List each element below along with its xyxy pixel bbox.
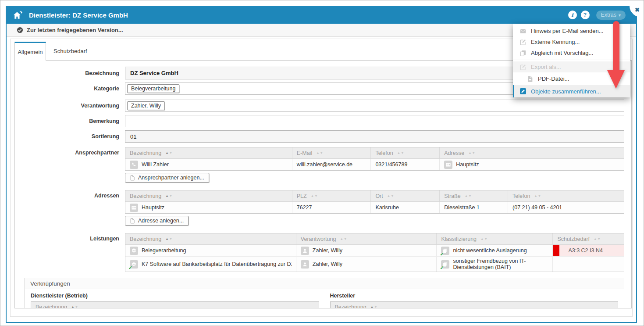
- chevron-down-icon: ▾: [619, 13, 621, 18]
- empty-table-header[interactable]: Bezeichnung: [330, 301, 619, 308]
- adressen-label: Adressen: [15, 190, 119, 199]
- group-hersteller: Hersteller Bezeichnung: [330, 293, 619, 308]
- page-icon: [130, 175, 135, 181]
- help-button[interactable]: ?: [581, 11, 590, 19]
- envelope-icon: [519, 28, 527, 35]
- column-header-strasse[interactable]: Straße: [439, 190, 508, 201]
- service-gear-icon: [130, 260, 138, 269]
- bezeichnung-label: Bezeichnung: [15, 70, 119, 76]
- form-row-ansprechpartner: Ansprechpartner Bezeichnung E-Mail Telef…: [15, 147, 624, 187]
- close-icon: ✖: [635, 7, 640, 13]
- sort-icon: [165, 237, 173, 241]
- tab-allgemein[interactable]: Allgemein: [14, 42, 46, 61]
- sort-icon: [340, 237, 347, 241]
- sort-icon: [468, 151, 476, 155]
- column-header-verantwortung[interactable]: Verantwortung: [296, 233, 437, 244]
- column-header-ort[interactable]: Ort: [370, 190, 439, 201]
- form-row-leistungen: Leistungen Bezeichnung Verantwortung Kla…: [15, 233, 624, 272]
- address-icon: [444, 161, 452, 169]
- tab-label: Allgemein: [18, 49, 43, 55]
- sort-icon: [480, 237, 488, 241]
- arrow-shaft: [613, 21, 619, 70]
- check-circle-icon: [17, 27, 23, 33]
- sortierung-label: Sortierung: [15, 133, 119, 140]
- sort-icon: [316, 151, 324, 155]
- leistungen-label: Leistungen: [15, 233, 119, 242]
- version-link[interactable]: Zur letzten freigegebenen Version...: [27, 27, 123, 33]
- sortierung-value: 01: [130, 133, 136, 140]
- bemerkung-label: Bemerkung: [15, 118, 119, 124]
- leistungen-table: Bezeichnung Verantwortung Klassifizierun…: [125, 233, 624, 272]
- table-row[interactable]: Belegverarbeitung Zahler, Willy nicht we…: [125, 245, 624, 256]
- help-icon: ?: [584, 12, 587, 18]
- verantwortung-label: Verantwortung: [15, 103, 119, 109]
- table-row[interactable]: Hauptsitz 76227 Karlsruhe Dieselstraße 1…: [125, 202, 624, 213]
- table-row[interactable]: Willi Zahler willi.zahler@service.de 032…: [125, 159, 624, 170]
- risk-level-block: [553, 245, 559, 256]
- verantwortung-chip[interactable]: Zahler, Willy: [127, 101, 165, 110]
- kategorie-label: Kategorie: [15, 86, 119, 92]
- sort-icon: [594, 237, 601, 241]
- column-header-bezeichnung[interactable]: Bezeichnung: [125, 147, 292, 158]
- ansprechpartner-table: Bezeichnung E-Mail Telefon Adresse Willi…: [125, 147, 624, 171]
- extras-label: Extras: [601, 12, 616, 18]
- sort-icon: [311, 194, 318, 198]
- sort-icon: [397, 151, 405, 155]
- form-row-verantwortung: Verantwortung Zahler, Willy: [15, 100, 624, 112]
- add-adresse-button[interactable]: Adresse anlegen...: [125, 216, 189, 226]
- classification-icon: [441, 247, 449, 255]
- sort-icon: [387, 194, 395, 198]
- tab-schutzbedarf[interactable]: Schutzbedarf: [47, 42, 94, 61]
- verknuepfungen-title: Verknüpfungen: [25, 278, 624, 289]
- add-ansprechpartner-button[interactable]: Ansprechpartner anlegen...: [125, 173, 209, 183]
- service-gear-icon: [130, 247, 138, 255]
- column-header-bezeichnung[interactable]: Bezeichnung: [125, 233, 296, 244]
- column-header-klassifizierung[interactable]: Klassifizierung: [436, 233, 552, 244]
- bemerkung-field[interactable]: [125, 115, 624, 127]
- column-header-telefon[interactable]: Telefon: [508, 190, 624, 201]
- form-row-bemerkung: Bemerkung: [15, 115, 624, 127]
- arrow-head: [607, 70, 625, 89]
- sort-icon: [465, 194, 472, 198]
- column-header-plz[interactable]: PLZ: [292, 190, 371, 201]
- schutzbedarf-cell: [552, 257, 624, 272]
- group-dienstleister-betrieb: Dienstleister (Betrieb) Bezeichnung: [31, 293, 319, 308]
- classification-icon: [441, 260, 449, 269]
- service-provider-icon: [12, 9, 23, 21]
- person-icon: [301, 260, 309, 269]
- bezeichnung-value: DZ Service GmbH: [130, 70, 178, 76]
- tab-label: Schutzbedarf: [53, 48, 87, 54]
- edit-icon: [519, 39, 527, 46]
- sortierung-field[interactable]: 01: [125, 130, 624, 143]
- schutzbedarf-cell: A3:3 C2 I3 N4: [552, 245, 624, 256]
- group-label: Dienstleister (Betrieb): [31, 293, 319, 299]
- column-header-telefon[interactable]: Telefon: [370, 147, 439, 158]
- group-label: Hersteller: [330, 293, 619, 299]
- screen: Dienstleister: DZ Service GmbH i ? Extra…: [0, 0, 644, 326]
- verantwortung-field[interactable]: Zahler, Willy: [125, 100, 624, 112]
- ansprechpartner-label: Ansprechpartner: [15, 147, 119, 156]
- info-icon: i: [571, 12, 573, 18]
- red-arrow-annotation: [607, 21, 625, 89]
- verknuepfungen-section: Verknüpfungen Dienstleister (Betrieb) Be…: [25, 278, 624, 308]
- titlebar-actions: i ? Extras ▾: [568, 11, 626, 20]
- person-icon: [301, 247, 309, 255]
- page-title: Dienstleister: DZ Service GmbH: [29, 11, 128, 19]
- column-header-adresse[interactable]: Adresse: [439, 147, 624, 158]
- column-header-bezeichnung[interactable]: Bezeichnung: [125, 190, 292, 201]
- column-header-email[interactable]: E-Mail: [292, 147, 371, 158]
- form-row-sortierung: Sortierung 01: [15, 130, 624, 143]
- extras-button[interactable]: Extras ▾: [596, 11, 626, 20]
- table-row[interactable]: K7 Software auf Bankarbeitsplatz für Dat…: [125, 256, 624, 272]
- copy-icon: [519, 50, 527, 57]
- info-button[interactable]: i: [568, 11, 577, 19]
- sort-icon: [370, 305, 378, 308]
- form-row-adressen: Adressen Bezeichnung PLZ Ort Straße Tele…: [15, 190, 624, 230]
- empty-table-header[interactable]: Bezeichnung: [31, 301, 319, 308]
- kategorie-chip[interactable]: Belegverarbeitung: [127, 84, 179, 93]
- column-header-schutzbedarf[interactable]: Schutzbedarf: [552, 233, 624, 244]
- export-icon: [519, 64, 527, 71]
- title-bar: Dienstleister: DZ Service GmbH i ? Extra…: [7, 6, 636, 24]
- pdf-icon: [527, 75, 534, 82]
- sort-icon: [534, 194, 541, 198]
